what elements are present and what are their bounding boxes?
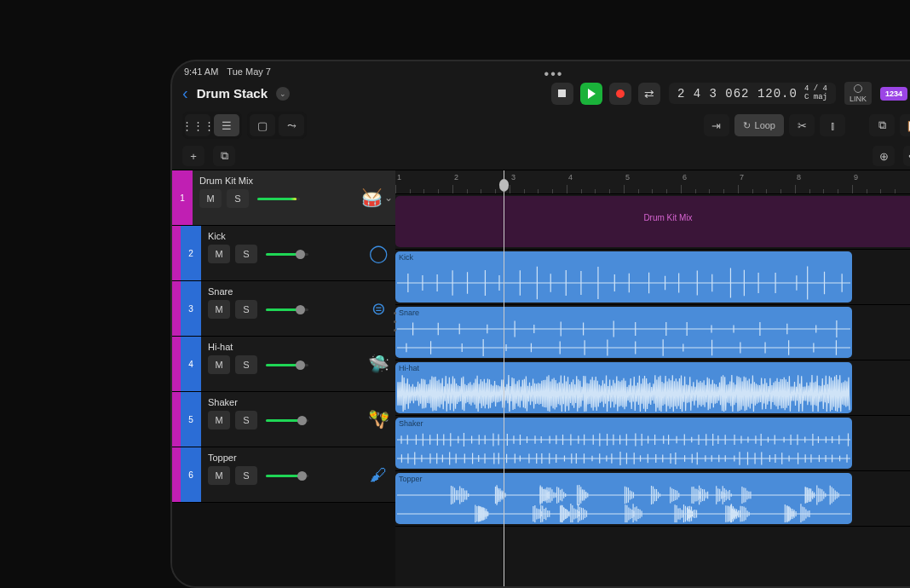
track-row[interactable]: 6 Topper M S 🖌 (172, 447, 395, 503)
ruler-bar-label: 9 (854, 173, 858, 182)
ruler-bar-label: 1 (397, 173, 401, 182)
link-button[interactable]: LINK (844, 82, 872, 105)
track-number: 1 (172, 170, 193, 225)
volume-slider[interactable] (266, 253, 308, 256)
add-region-button[interactable]: ⊕ (873, 146, 895, 166)
ruler-bar-label: 3 (511, 173, 515, 182)
region-shaker[interactable]: Shaker (395, 418, 852, 469)
volume-slider[interactable] (266, 364, 308, 366)
region-hihat[interactable]: Hi-hat (395, 362, 852, 413)
panel-resize-handle[interactable] (394, 308, 397, 334)
status-time: 9:41 AM (184, 66, 218, 77)
grid-view-button[interactable]: ⋮⋮⋮ (185, 114, 210, 136)
track-row[interactable]: 5 Shaker M S 🪇 (172, 392, 395, 447)
shaker-icon: 🪇 (368, 409, 389, 429)
track-number: 4 (181, 337, 201, 391)
paste-button[interactable]: 📋 (900, 114, 910, 136)
kick-drum-icon: ◯ (369, 243, 388, 263)
solo-button[interactable]: S (235, 466, 257, 485)
loop-button[interactable]: ↻ Loop (734, 114, 784, 136)
track-row[interactable]: 4 Hi-hat M S 🛸 (172, 337, 395, 392)
drumkit-icon: 🥁 (361, 187, 383, 208)
expand-chevron-icon[interactable]: ⌄ (384, 192, 394, 204)
add-track-button[interactable]: + (182, 146, 204, 166)
timeline-panel[interactable]: 123456789 Drum Kit Mix Kick Snare (395, 170, 910, 588)
track-number: 5 (181, 392, 201, 447)
mute-button[interactable]: M (208, 300, 230, 319)
split-button[interactable]: ⫿ (820, 114, 845, 136)
ruler-bar-label: 8 (797, 173, 801, 182)
track-header-bar: + ⧉ ⊕ ••• (172, 142, 910, 170)
ruler-bar-label: 6 (682, 173, 687, 182)
mixer-button[interactable]: ▢ (250, 114, 275, 136)
project-dropdown-icon[interactable]: ⌄ (276, 87, 290, 101)
snare-drum-icon: ⊜ (371, 298, 386, 319)
volume-slider[interactable] (266, 419, 308, 422)
track-name: Drum Kit Mix (199, 176, 354, 186)
region-snare[interactable]: Snare (395, 307, 852, 358)
copy-button[interactable]: ⧉ (869, 114, 895, 136)
lcd-position: 2 4 3 062 120.0 (677, 87, 798, 101)
ruler-bar-label: 5 (625, 173, 630, 182)
record-button[interactable] (609, 83, 631, 105)
mute-button[interactable]: M (199, 189, 222, 208)
lcd-display[interactable]: 2 4 3 062 120.0 4 / 4 C maj (669, 83, 836, 105)
toolbar: ⋮⋮⋮ ☰ ▢ ⤳ ⇥ ↻ Loop ✂ ⫿ ⧉ 📋 (172, 108, 910, 142)
track-number: 3 (181, 281, 201, 336)
system-menu-icon[interactable]: ••• (544, 66, 564, 82)
region-drumkit-mix[interactable]: Drum Kit Mix (395, 196, 910, 247)
volume-slider[interactable] (257, 198, 300, 200)
track-name: Snare (208, 286, 354, 297)
tracks-panel: 1 Drum Kit Mix M S 🥁 ⌄ 2 (172, 170, 395, 588)
track-name: Topper (208, 453, 354, 463)
track-number: 2 (181, 226, 201, 280)
track-name: Kick (208, 231, 354, 241)
ruler-bar-label: 2 (454, 173, 458, 182)
track-row[interactable]: 2 Kick M S ◯ (172, 226, 395, 281)
duplicate-track-button[interactable]: ⧉ (213, 146, 235, 166)
solo-button[interactable]: S (227, 189, 249, 208)
solo-button[interactable]: S (235, 355, 257, 374)
stop-button[interactable] (551, 83, 573, 105)
loop-icon: ↻ (743, 120, 751, 131)
mute-button[interactable]: M (208, 466, 230, 485)
project-title[interactable]: Drum Stack (197, 86, 268, 101)
cycle-button[interactable]: ⇄ (638, 83, 660, 105)
ruler-bar-label: 7 (740, 173, 744, 182)
back-button[interactable]: ‹ (182, 84, 188, 103)
mute-button[interactable]: M (208, 411, 230, 429)
volume-slider[interactable] (266, 308, 308, 311)
top-bar: ‹ Drum Stack ⌄ ⇄ 2 4 3 062 120.0 4 / 4 C… (172, 78, 910, 108)
brush-icon: 🖌 (370, 465, 387, 485)
track-row[interactable]: 3 Snare M S ⊜ (172, 281, 395, 337)
timeline-ruler[interactable]: 123456789 (395, 170, 910, 194)
mute-button[interactable]: M (208, 245, 230, 263)
ruler-bar-label: 4 (568, 173, 573, 182)
hihat-icon: 🛸 (368, 354, 389, 374)
more-button[interactable]: ••• (903, 146, 910, 166)
play-button[interactable] (580, 83, 602, 105)
track-name: Shaker (208, 397, 354, 407)
track-name: Hi-hat (208, 342, 354, 352)
status-bar: 9:41 AM Tue May 7 (172, 61, 910, 78)
solo-button[interactable]: S (235, 245, 257, 263)
lcd-key: C maj (804, 94, 827, 102)
scissors-button[interactable]: ✂ (789, 114, 815, 136)
track-number: 6 (181, 447, 201, 502)
list-view-button[interactable]: ☰ (214, 114, 239, 136)
snap-button[interactable]: ⇥ (704, 114, 729, 136)
track-row[interactable]: 1 Drum Kit Mix M S 🥁 ⌄ (172, 170, 395, 226)
solo-button[interactable]: S (235, 300, 257, 319)
volume-slider[interactable] (266, 475, 308, 477)
region-kick[interactable]: Kick (395, 251, 852, 303)
status-date: Tue May 7 (227, 66, 271, 77)
playhead[interactable] (504, 170, 504, 588)
solo-button[interactable]: S (235, 411, 257, 429)
automation-button[interactable]: ⤳ (279, 114, 304, 136)
transport-controls: ⇄ (551, 83, 660, 105)
count-in-button[interactable]: 1234 (880, 87, 907, 101)
region-topper[interactable]: Topper (395, 473, 852, 524)
mute-button[interactable]: M (208, 355, 230, 374)
